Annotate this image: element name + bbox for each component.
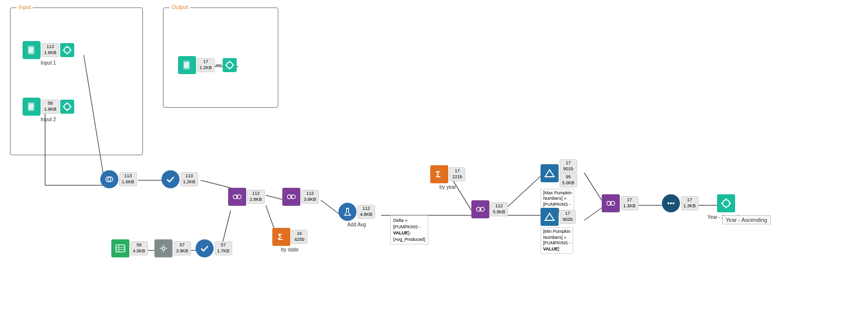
- svg-line-10: [321, 200, 341, 215]
- input1-node[interactable]: 1131.6KB Input 1: [23, 41, 74, 59]
- input1-label: Input 1: [41, 60, 56, 66]
- tri2-badge: 17902b: [560, 210, 576, 223]
- svg-text:Σ: Σ: [278, 233, 283, 241]
- check1-icon: [161, 170, 180, 188]
- tri1-badge-top: 17901b: [560, 159, 577, 173]
- join3-icon: [471, 200, 489, 218]
- input2-node[interactable]: 581.9KB Input 2: [23, 98, 74, 116]
- sum-state-label: by state: [281, 247, 298, 252]
- svg-rect-62: [290, 195, 292, 199]
- svg-line-16: [584, 208, 602, 220]
- output-badge: 171.2KB: [197, 58, 215, 72]
- input2-badge: 581.9KB: [42, 100, 59, 113]
- table-node[interactable]: 584.0KB: [111, 239, 148, 257]
- svg-point-75: [670, 202, 672, 204]
- tri2-node[interactable]: 17902b [Min PumpkinNumbers] =[PUMPKINS -…: [541, 208, 576, 226]
- lab-badge: 1124.8KB: [358, 205, 375, 218]
- svg-point-45: [227, 62, 233, 68]
- union-node[interactable]: 1131.6KB: [100, 170, 137, 188]
- join3-node[interactable]: 1125.9KB: [471, 200, 508, 218]
- sum-state-icon: Σ: [272, 228, 290, 246]
- check2-icon: [196, 239, 214, 257]
- input2-scope-icon[interactable]: [60, 100, 74, 114]
- connector-dash: [216, 65, 222, 66]
- svg-rect-68: [479, 207, 481, 211]
- svg-point-35: [64, 104, 70, 110]
- union-icon: [100, 170, 118, 188]
- join3-badge: 1125.9KB: [490, 202, 508, 216]
- input2-book-icon: [23, 98, 41, 116]
- check1-node[interactable]: 1131.2KB: [161, 170, 198, 188]
- join4-badge: 171.3KB: [621, 196, 638, 210]
- table-badge: 584.0KB: [130, 241, 148, 255]
- lab-icon: [338, 203, 357, 221]
- svg-marker-69: [545, 170, 554, 177]
- sum-year-badge: 17221b: [449, 167, 465, 181]
- svg-point-25: [64, 47, 70, 53]
- input-container: Input: [10, 8, 143, 155]
- dots-node[interactable]: 171.3KB: [662, 194, 699, 212]
- svg-point-74: [667, 202, 669, 204]
- input1-badge: 1131.6KB: [42, 43, 59, 57]
- check2-badge: 571.7KB: [215, 241, 232, 255]
- tri2-icon: [541, 208, 559, 226]
- svg-rect-73: [610, 201, 612, 205]
- svg-rect-52: [116, 245, 125, 252]
- join2-badge: 1123.8KB: [301, 190, 319, 203]
- join1-node[interactable]: 1122.8KB: [228, 188, 265, 206]
- lab-label: Add Avg: [348, 222, 366, 227]
- gear-node[interactable]: 573.9KB: [154, 239, 191, 257]
- output-scope-icon[interactable]: [223, 58, 237, 72]
- input-box-title: Input: [17, 4, 33, 10]
- input2-label: Input 2: [41, 117, 56, 122]
- svg-text:Σ: Σ: [436, 170, 441, 179]
- svg-line-15: [584, 173, 602, 200]
- output-node[interactable]: 171.2KB: [178, 56, 237, 74]
- scope-final-node[interactable]: Year - Ascending: [717, 194, 735, 212]
- svg-line-4: [201, 180, 231, 188]
- dots-icon: [662, 194, 680, 212]
- sum-state-badge: 16425b: [291, 230, 307, 243]
- input1-scope-icon[interactable]: [60, 43, 74, 57]
- delta-label-box: Delta =[PUMPKINS -VALUE]-[Avg_Produced]: [390, 215, 428, 244]
- gear-icon: [154, 239, 172, 257]
- svg-line-13: [506, 175, 542, 208]
- sum-year-label: by year: [440, 184, 456, 190]
- delta-text: Delta =[PUMPKINS -VALUE]-[Avg_Produced]: [393, 218, 425, 242]
- union-badge: 1131.6KB: [119, 172, 137, 186]
- check2-node[interactable]: 571.7KB: [196, 239, 232, 257]
- sum-year-icon: Σ: [430, 165, 448, 183]
- gear-badge: 573.9KB: [173, 241, 191, 255]
- lab-node[interactable]: 1124.8KB Add Avg: [338, 203, 375, 221]
- scope-final-icon[interactable]: [717, 194, 735, 212]
- join1-badge: 1122.8KB: [247, 190, 265, 203]
- workflow-canvas: Input Output 1131.6KB Input 1 581.9KB: [0, 0, 868, 324]
- dots-badge: 171.3KB: [681, 196, 699, 210]
- check1-badge: 1131.2KB: [181, 172, 198, 186]
- tri2-label: [Min PumpkinNumbers] =[PUMPKINS -VALUE]: [541, 227, 573, 254]
- svg-point-56: [162, 247, 165, 250]
- svg-point-76: [672, 202, 674, 204]
- svg-marker-70: [545, 213, 554, 220]
- svg-rect-59: [236, 195, 238, 199]
- join4-icon: [602, 194, 620, 212]
- input1-book-icon: [23, 41, 41, 59]
- join4-node[interactable]: 171.3KB: [602, 194, 638, 212]
- join2-node[interactable]: 1123.8KB: [282, 188, 319, 206]
- output-box-title: Output: [169, 4, 190, 10]
- svg-point-77: [723, 200, 730, 207]
- sum-year-node[interactable]: Σ 17221b by year: [430, 165, 465, 183]
- join2-icon: [282, 188, 300, 206]
- join1-icon: [228, 188, 246, 206]
- output-book-icon: [178, 56, 196, 74]
- table-icon: [111, 239, 129, 257]
- tri1-badge-bot: 955.0KB: [560, 173, 577, 187]
- tri1-icon: [541, 164, 559, 182]
- sum-state-node[interactable]: Σ 16425b by state: [272, 228, 307, 246]
- tri1-node[interactable]: 17901b 955.0KB [Max PumpkinNumbers] =[PU…: [541, 159, 577, 187]
- year-ascending-label: Year - Ascending: [722, 215, 771, 224]
